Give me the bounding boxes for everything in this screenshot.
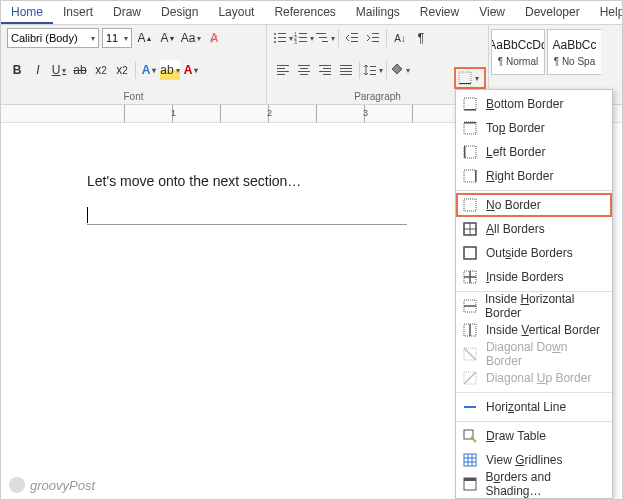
shading-button[interactable]: ▾ bbox=[390, 60, 410, 80]
svg-rect-13 bbox=[319, 37, 327, 38]
border-menu-hline[interactable]: Horizontal Line bbox=[456, 395, 612, 419]
subscript-button[interactable]: x2 bbox=[91, 60, 111, 80]
watermark: groovyPost bbox=[9, 477, 95, 493]
menu-label: Diagonal Up Border bbox=[486, 371, 591, 385]
svg-rect-46 bbox=[464, 146, 476, 158]
sort-button[interactable]: A↓ bbox=[390, 28, 410, 48]
border-menu-inh[interactable]: Inside Horizontal Border bbox=[456, 294, 612, 318]
svg-rect-18 bbox=[372, 33, 379, 34]
ribbon-tabs: Home Insert Draw Design Layout Reference… bbox=[1, 1, 622, 25]
ruler-mark: 3 bbox=[363, 108, 368, 118]
ruler-mark: 2 bbox=[267, 108, 272, 118]
highlight-button[interactable]: ab▾ bbox=[160, 60, 180, 80]
svg-text:3: 3 bbox=[294, 39, 297, 45]
justify-button[interactable] bbox=[336, 60, 356, 80]
border-menu-right[interactable]: Right Border bbox=[456, 164, 612, 188]
svg-rect-55 bbox=[464, 247, 476, 259]
svg-rect-40 bbox=[459, 72, 471, 84]
svg-rect-3 bbox=[278, 37, 286, 38]
svg-rect-5 bbox=[278, 41, 286, 42]
tab-layout[interactable]: Layout bbox=[208, 1, 264, 24]
grid-icon bbox=[462, 452, 478, 468]
svg-rect-31 bbox=[319, 71, 331, 72]
style-sample: AaBbCc bbox=[552, 38, 596, 52]
style-no-spacing[interactable]: AaBbCc ¶ No Spa bbox=[547, 29, 601, 75]
align-left-button[interactable] bbox=[273, 60, 293, 80]
border-menu-draw[interactable]: Draw Table bbox=[456, 424, 612, 448]
tab-references[interactable]: References bbox=[264, 1, 345, 24]
tab-help[interactable]: Help bbox=[590, 1, 623, 24]
svg-rect-30 bbox=[323, 68, 331, 69]
underline-button[interactable]: U▾ bbox=[49, 60, 69, 80]
border-menu-all[interactable]: All Borders bbox=[456, 217, 612, 241]
align-right-button[interactable] bbox=[315, 60, 335, 80]
font-color-button[interactable]: A▾ bbox=[181, 60, 201, 80]
line-spacing-button[interactable]: ▾ bbox=[363, 60, 383, 80]
border-menu-grid[interactable]: View Gridlines bbox=[456, 448, 612, 472]
border-menu-bottom[interactable]: Bottom Border bbox=[456, 92, 612, 116]
border-menu-outside[interactable]: Outside Borders bbox=[456, 241, 612, 265]
watermark-logo-icon bbox=[9, 477, 25, 493]
menu-label: Inside Horizontal Border bbox=[485, 292, 606, 320]
menu-label: Bottom Border bbox=[486, 97, 563, 111]
superscript-button[interactable]: x2 bbox=[112, 60, 132, 80]
tab-review[interactable]: Review bbox=[410, 1, 469, 24]
watermark-text: groovyPost bbox=[30, 478, 95, 493]
diagu-icon bbox=[462, 370, 478, 386]
svg-rect-25 bbox=[298, 65, 310, 66]
numbering-button[interactable]: 123▾ bbox=[294, 28, 314, 48]
border-menu-diagd: Diagonal Down Border bbox=[456, 342, 612, 366]
hline-icon bbox=[462, 399, 478, 415]
font-name-select[interactable]: Calibri (Body)▾ bbox=[7, 28, 99, 48]
svg-rect-56 bbox=[464, 247, 476, 259]
show-marks-button[interactable]: ¶ bbox=[411, 28, 431, 48]
clear-formatting-button[interactable]: A̷ bbox=[204, 28, 224, 48]
style-normal[interactable]: AaBbCcDd ¶ Normal bbox=[491, 29, 545, 75]
border-menu-inside[interactable]: Inside Borders bbox=[456, 265, 612, 289]
increase-indent-button[interactable] bbox=[363, 28, 383, 48]
border-menu-left[interactable]: Left Border bbox=[456, 140, 612, 164]
tab-draw[interactable]: Draw bbox=[103, 1, 151, 24]
inh-icon bbox=[462, 298, 477, 314]
tab-insert[interactable]: Insert bbox=[53, 1, 103, 24]
style-sample: AaBbCcDd bbox=[491, 38, 545, 52]
shrink-font-button[interactable]: A▼ bbox=[158, 28, 178, 48]
svg-rect-19 bbox=[372, 37, 379, 38]
text-effects-button[interactable]: A▾ bbox=[139, 60, 159, 80]
decrease-indent-button[interactable] bbox=[342, 28, 362, 48]
border-menu-inv[interactable]: Inside Vertical Border bbox=[456, 318, 612, 342]
svg-rect-36 bbox=[340, 74, 352, 75]
menu-label: Top Border bbox=[486, 121, 545, 135]
strikethrough-button[interactable]: ab bbox=[70, 60, 90, 80]
border-menu-top[interactable]: Top Border bbox=[456, 116, 612, 140]
tab-design[interactable]: Design bbox=[151, 1, 208, 24]
bold-button[interactable]: B bbox=[7, 60, 27, 80]
svg-point-4 bbox=[274, 41, 276, 43]
grow-font-button[interactable]: A▲ bbox=[135, 28, 155, 48]
group-font: Calibri (Body)▾ 11▾ A▲ A▼ Aa▾ A̷ B I U▾ … bbox=[1, 25, 267, 104]
borders-button[interactable]: ▾ bbox=[455, 68, 485, 88]
inside-icon bbox=[462, 269, 478, 285]
svg-point-2 bbox=[274, 37, 276, 39]
multilevel-list-button[interactable]: ▾ bbox=[315, 28, 335, 48]
tab-view[interactable]: View bbox=[469, 1, 515, 24]
left-icon bbox=[462, 144, 478, 160]
svg-line-65 bbox=[464, 348, 476, 360]
svg-rect-39 bbox=[370, 74, 376, 75]
bullets-button[interactable]: ▾ bbox=[273, 28, 293, 48]
svg-rect-26 bbox=[300, 68, 308, 69]
svg-rect-15 bbox=[351, 33, 358, 34]
svg-rect-27 bbox=[298, 71, 310, 72]
tab-developer[interactable]: Developer bbox=[515, 1, 590, 24]
border-menu-dialog[interactable]: Borders and Shading… bbox=[456, 472, 612, 496]
tab-mailings[interactable]: Mailings bbox=[346, 1, 410, 24]
font-size-select[interactable]: 11▾ bbox=[102, 28, 132, 48]
tab-home[interactable]: Home bbox=[1, 1, 53, 24]
border-menu-none[interactable]: No Border bbox=[456, 193, 612, 217]
italic-button[interactable]: I bbox=[28, 60, 48, 80]
change-case-button[interactable]: Aa▾ bbox=[181, 28, 201, 48]
svg-rect-43 bbox=[464, 109, 476, 111]
svg-rect-37 bbox=[370, 66, 376, 67]
menu-label: Right Border bbox=[486, 169, 553, 183]
align-center-button[interactable] bbox=[294, 60, 314, 80]
